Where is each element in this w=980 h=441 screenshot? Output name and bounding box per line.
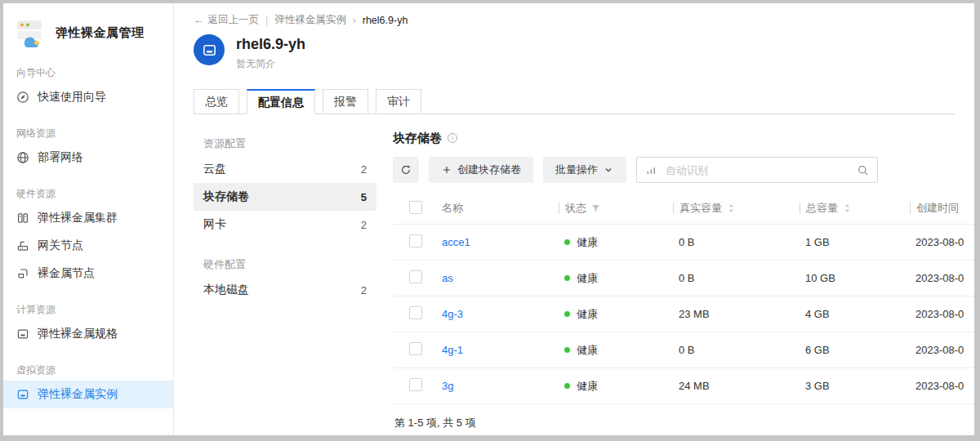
table-header: 名称 状态 真实容量 <box>393 193 974 225</box>
column-created: 创建时间 <box>910 201 974 216</box>
breadcrumb-parent[interactable]: 弹性裸金属实例 <box>274 13 346 27</box>
status-dot <box>564 383 570 389</box>
created-time-cell: 2023-08-0 <box>910 272 974 284</box>
sort-icon[interactable] <box>726 203 737 214</box>
table-toolbar: 创建块存储卷 批量操作 <box>393 157 974 183</box>
batch-actions-button[interactable]: 批量操作 <box>543 157 626 183</box>
sidebar-item-label: 弹性裸金属实例 <box>38 387 118 402</box>
config-nav-item-label: 块存储卷 <box>203 189 249 204</box>
sidebar-item-label: 弹性裸金属规格 <box>38 327 118 341</box>
config-nav-item-count: 2 <box>361 163 367 176</box>
tab-config[interactable]: 配置信息 <box>247 89 315 114</box>
sidebar-item-gateway-node[interactable]: 网关节点 <box>3 232 173 260</box>
tab-overview[interactable]: 总览 <box>194 89 239 114</box>
status-dot <box>564 239 570 245</box>
total-capacity-cell: 6 GB <box>800 344 910 356</box>
volume-name-link[interactable]: 3g <box>442 380 453 392</box>
tab-label: 配置信息 <box>258 96 304 109</box>
config-nav-item-nic[interactable]: 网卡 2 <box>194 211 376 238</box>
sidebar-item-bm-cluster[interactable]: 弹性裸金属集群 <box>3 204 173 232</box>
instance-avatar <box>194 34 225 65</box>
tab-alerts[interactable]: 报警 <box>323 89 368 114</box>
instance-header: rhel6.9-yh 暂无简介 <box>174 34 974 71</box>
sidebar-item-label: 部署网络 <box>38 150 83 165</box>
node-icon <box>16 267 29 280</box>
sidebar-item-quick-guide[interactable]: 快速使用向导 <box>3 83 173 111</box>
app-header: 弹性裸金属管理 <box>3 3 173 51</box>
sort-icon[interactable] <box>842 203 853 214</box>
block-volume-panel: 块存储卷 创建块存储卷 批量操作 <box>393 129 974 435</box>
select-all-checkbox[interactable] <box>409 201 422 214</box>
create-volume-button[interactable]: 创建块存储卷 <box>429 157 533 183</box>
column-total-capacity: 总容量 <box>800 201 910 216</box>
filter-bars-icon[interactable] <box>645 164 657 176</box>
refresh-icon <box>400 164 412 176</box>
row-checkbox[interactable] <box>409 234 422 247</box>
row-checkbox[interactable] <box>409 342 422 355</box>
sidebar-item-deploy-network[interactable]: 部署网络 <box>3 144 173 172</box>
sidebar-item-bm-instance[interactable]: 弹性裸金属实例 <box>3 381 173 408</box>
page-title: rhel6.9-yh <box>236 34 305 54</box>
real-capacity-cell: 0 B <box>673 344 800 356</box>
config-nav-item-count: 2 <box>361 284 367 296</box>
config-nav-item-count: 2 <box>361 219 367 231</box>
config-nav: 资源配置 云盘 2 块存储卷 5 网卡 2 硬件配置 本地磁盘 2 <box>194 129 376 435</box>
total-capacity-cell: 10 GB <box>800 272 910 284</box>
volume-name-link[interactable]: acce1 <box>442 236 470 248</box>
sidebar: 弹性裸金属管理 向导中心 快速使用向导 网络资源 部署网络 硬件资源 弹性裸金属… <box>3 3 174 435</box>
table-row: 4g-3 健康 23 MB 4 GB 2023-08-0 <box>393 296 974 332</box>
drive-icon <box>16 388 29 401</box>
sidebar-item-label: 网关节点 <box>38 238 83 253</box>
config-nav-item-block-volume[interactable]: 块存储卷 5 <box>194 183 376 211</box>
sidebar-item-bm-node[interactable]: 裸金属节点 <box>3 260 173 287</box>
created-time-cell: 2023-08-0 <box>910 344 974 356</box>
status-label: 健康 <box>577 271 598 286</box>
sidebar-section-label: 硬件资源 <box>3 180 173 204</box>
back-link[interactable]: ← 返回上一页 <box>194 13 259 27</box>
app-logo-icon <box>15 18 47 47</box>
config-nav-item-local-disk[interactable]: 本地磁盘 2 <box>194 276 376 304</box>
compass-icon <box>16 91 29 104</box>
search-icon[interactable] <box>857 164 869 176</box>
row-checkbox[interactable] <box>409 306 422 319</box>
tab-audit[interactable]: 审计 <box>376 89 421 114</box>
gateway-icon <box>16 239 29 252</box>
status-dot <box>564 311 570 317</box>
column-name: 名称 <box>438 201 559 216</box>
breadcrumb-divider: | <box>265 15 268 26</box>
breadcrumb-separator-icon: › <box>353 15 356 26</box>
globe-icon <box>16 151 29 164</box>
total-capacity-cell: 1 GB <box>800 236 910 248</box>
sidebar-item-label: 快速使用向导 <box>38 90 106 105</box>
column-real-capacity: 真实容量 <box>673 201 800 216</box>
status-filter-icon[interactable] <box>590 203 601 214</box>
volume-name-link[interactable]: 4g-3 <box>442 308 463 320</box>
table-row: 4g-1 健康 0 B 6 GB 2023-08-0 <box>393 332 974 368</box>
total-capacity-cell: 4 GB <box>800 308 910 320</box>
real-capacity-cell: 24 MB <box>673 380 800 392</box>
refresh-button[interactable] <box>393 157 419 183</box>
back-arrow-icon: ← <box>194 15 204 26</box>
search-input[interactable] <box>664 163 850 177</box>
sidebar-section-label: 计算资源 <box>3 296 173 320</box>
sidebar-item-bm-spec[interactable]: 弹性裸金属规格 <box>3 320 173 348</box>
status-dot <box>564 275 570 281</box>
volume-name-link[interactable]: as <box>442 272 453 284</box>
volume-name-link[interactable]: 4g-1 <box>442 344 463 356</box>
config-nav-item-cloud-disk[interactable]: 云盘 2 <box>194 155 376 183</box>
config-nav-item-label: 网卡 <box>203 217 226 232</box>
row-checkbox[interactable] <box>409 270 422 283</box>
app-title: 弹性裸金属管理 <box>56 25 145 41</box>
created-time-cell: 2023-08-0 <box>910 236 974 248</box>
tab-bar: 总览 配置信息 报警 审计 <box>194 89 955 114</box>
real-capacity-cell: 23 MB <box>673 308 800 320</box>
info-icon[interactable] <box>447 132 458 144</box>
tab-label: 总览 <box>205 95 228 108</box>
real-capacity-cell: 0 B <box>673 236 800 248</box>
main-content: ← 返回上一页 | 弹性裸金属实例 › rhel6.9-yh rhel6.9-y… <box>174 3 974 435</box>
total-capacity-cell: 3 GB <box>800 380 910 392</box>
sidebar-section-label: 网络资源 <box>3 119 173 144</box>
row-checkbox[interactable] <box>409 378 422 391</box>
config-nav-item-count: 5 <box>361 191 367 203</box>
sidebar-item-label: 弹性裸金属集群 <box>38 211 118 225</box>
